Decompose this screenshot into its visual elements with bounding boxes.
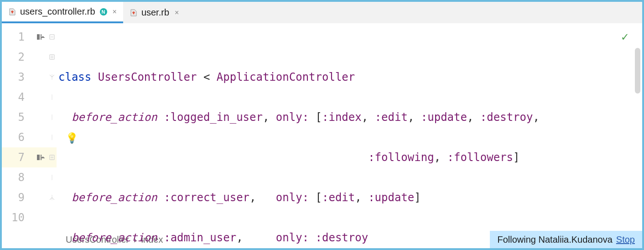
line-number: 8 [2,167,47,188]
line-number: 7 [2,147,47,167]
editor-tab-bar: users_controller.rb N × user.rb × [2,2,642,23]
intention-bulb-icon[interactable]: 💡 [66,128,78,148]
fold-handle[interactable] [47,27,57,47]
fold-guide [47,167,57,188]
tab-label: users_controller.rb [20,6,95,17]
fold-guide [47,87,57,107]
fold-handle[interactable] [47,47,57,67]
line-number: 5 [2,107,47,127]
ruby-file-icon [8,8,16,16]
line-number: 1 [2,27,47,47]
fold-guide [47,107,57,127]
close-icon[interactable]: × [113,8,117,16]
tab-users-controller[interactable]: users_controller.rb N × [2,2,123,23]
fold-guide [47,127,57,147]
tab-user[interactable]: user.rb × [123,2,186,23]
ruby-file-icon [130,9,138,17]
line-number: 4 [2,87,47,107]
line-number: 2 [2,47,47,67]
line-number-gutter: 1 2 3 4 5 6 7 8 9 10 [2,23,47,231]
fold-guide [47,208,57,228]
line-number: 9 [2,188,47,208]
code-editor[interactable]: ✓ 1 2 3 4 5 6 7 8 9 10 [2,23,642,231]
svg-rect-3 [41,155,42,160]
svg-rect-2 [37,155,40,160]
new-file-badge: N [100,8,107,16]
fold-handle[interactable] [47,147,57,167]
line-number: 10 [2,208,47,228]
fold-column [47,23,57,231]
close-icon[interactable]: × [175,9,179,17]
svg-rect-0 [37,34,40,40]
code-area[interactable]: 💡 class UsersController < ApplicationCon… [57,23,642,231]
method-separator-icon[interactable] [36,153,45,162]
line-number: 6 [2,127,47,147]
tab-label: user.rb [141,7,169,18]
svg-rect-1 [41,34,42,40]
line-number: 3 [2,67,47,87]
method-separator-icon[interactable] [36,32,45,42]
fold-handle[interactable] [47,188,57,208]
fold-guide [47,67,57,87]
